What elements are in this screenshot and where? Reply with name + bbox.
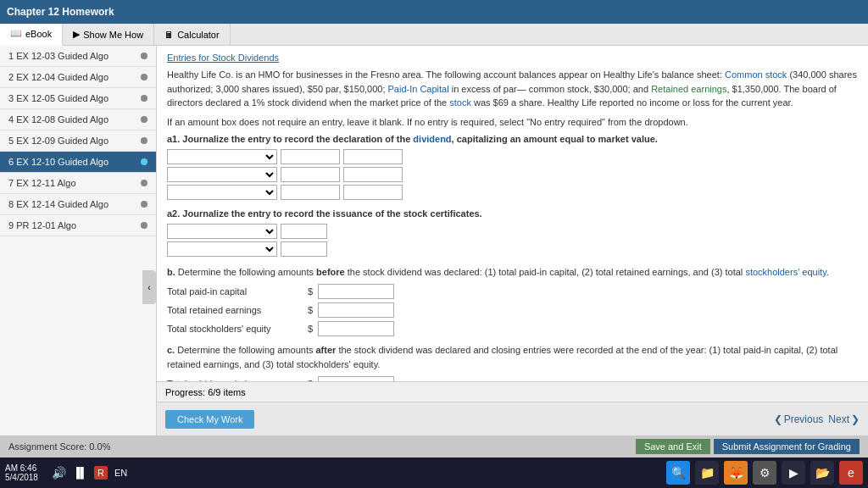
a2-debit-1[interactable] bbox=[281, 224, 327, 239]
c-instruction: c. Determine the following amounts after… bbox=[167, 343, 858, 371]
b-field-row-1: Total paid-in capital $ bbox=[167, 284, 858, 299]
section-title: Entries for Stock Dividends bbox=[167, 53, 858, 63]
previous-button[interactable]: ❮ Previous bbox=[774, 413, 824, 425]
b-input-paid-in-capital[interactable] bbox=[318, 284, 394, 299]
show-me-how-icon: ▶ bbox=[73, 29, 80, 40]
a1-debit-1[interactable] bbox=[281, 149, 340, 164]
save-and-exit-button[interactable]: Save and Exit bbox=[636, 439, 710, 454]
antivirus-icon: R bbox=[94, 466, 108, 480]
chevron-left-icon: ❮ bbox=[774, 413, 782, 425]
sidebar-dot-3 bbox=[141, 95, 147, 102]
taskbar-date: 5/4/2018 bbox=[5, 473, 38, 482]
check-my-work-button[interactable]: Check My Work bbox=[165, 410, 254, 429]
sidebar-dot-4 bbox=[141, 116, 147, 123]
a1-dropdown-3[interactable]: No entry required bbox=[167, 185, 277, 200]
media-icon: ▶ bbox=[789, 466, 798, 480]
a1-debit-3[interactable] bbox=[281, 185, 340, 200]
sidebar-item-ex-12-04[interactable]: 2 EX 12-04 Guided Algo bbox=[0, 67, 156, 88]
a1-dropdown-1[interactable]: No entry required bbox=[167, 149, 277, 164]
sidebar-item-ex-12-09[interactable]: 5 EX 12-09 Guided Algo bbox=[0, 130, 156, 152]
sidebar-item-ex-12-08[interactable]: 4 EX 12-08 Guided Algo bbox=[0, 109, 156, 130]
chrome-icon: ⚙ bbox=[760, 466, 771, 480]
score-bar: Assignment Score: 0.0% Save and Exit Sub… bbox=[0, 435, 868, 458]
b-field-row-2: Total retained earnings $ bbox=[167, 302, 858, 318]
sidebar-item-ex-12-14[interactable]: 8 EX 12-14 Guided Algo bbox=[0, 194, 156, 215]
sidebar: 1 EX 12-03 Guided Algo 2 EX 12-04 Guided… bbox=[0, 46, 157, 435]
a1-journal-row-1: No entry required bbox=[167, 149, 858, 164]
calculator-icon: 🖩 bbox=[164, 30, 174, 40]
a2-journal-entry: No entry required No entry required bbox=[167, 224, 858, 257]
a1-dropdown-2[interactable]: No entry required bbox=[167, 167, 277, 182]
common-stock-highlight: Common stock bbox=[725, 69, 787, 80]
a1-journal-row-3: No entry required bbox=[167, 185, 858, 200]
next-button[interactable]: Next ❯ bbox=[828, 413, 860, 425]
tab-ebook[interactable]: 📖 eBook bbox=[0, 24, 63, 46]
paid-in-capital-highlight: Paid-In Capital bbox=[388, 84, 449, 94]
dividend-highlight: dividend bbox=[413, 134, 451, 144]
instruction-paragraph: If an amount box does not require an ent… bbox=[167, 117, 858, 127]
a1-credit-3[interactable] bbox=[343, 185, 403, 200]
b-input-stockholders-equity[interactable] bbox=[318, 321, 394, 336]
a1-label: a1. Journalize the entry to record the d… bbox=[167, 134, 858, 144]
b-field-row-3: Total stockholders' equity $ bbox=[167, 321, 858, 336]
sidebar-dot-5 bbox=[141, 137, 147, 144]
sidebar-dot-1 bbox=[141, 53, 147, 59]
taskbar-icon-folder[interactable]: 📂 bbox=[810, 461, 834, 485]
sidebar-collapse-btn[interactable]: ‹ bbox=[142, 270, 156, 304]
files-icon: 📂 bbox=[815, 466, 830, 480]
ie-icon: e bbox=[848, 466, 854, 480]
a1-journal-row-2: No entry required bbox=[167, 167, 858, 182]
taskbar-icon-files[interactable]: 📁 bbox=[695, 461, 719, 485]
tab-calculator[interactable]: 🖩 Calculator bbox=[154, 24, 231, 46]
sidebar-dot-9 bbox=[141, 222, 147, 229]
retained-earnings-highlight: Retained earnings bbox=[651, 84, 726, 94]
sidebar-item-ex-12-10[interactable]: 6 EX 12-10 Guided Algo bbox=[0, 152, 156, 173]
chevron-right-icon: ❯ bbox=[851, 413, 860, 425]
b-dollar-3: $ bbox=[308, 324, 313, 334]
firefox-icon: 🦊 bbox=[729, 466, 743, 480]
sidebar-item-ex-12-11[interactable]: 7 EX 12-11 Algo bbox=[0, 173, 156, 194]
stockholders-equity-highlight-b: stockholders' equity bbox=[745, 267, 826, 277]
b-input-retained-earnings[interactable] bbox=[318, 302, 394, 318]
progress-bar-area: Progress: 6/9 items bbox=[157, 381, 868, 402]
problem-paragraph-1: Healthy Life Co. is an HMO for businesse… bbox=[167, 68, 858, 110]
assignment-score: Assignment Score: 0.0% bbox=[8, 441, 110, 452]
b-field-label-2: Total retained earnings bbox=[167, 305, 303, 315]
a1-credit-2[interactable] bbox=[343, 167, 403, 182]
action-buttons: Save and Exit Submit Assignment for Grad… bbox=[636, 439, 860, 454]
taskbar-time: AM 6:46 bbox=[5, 463, 38, 473]
a1-credit-1[interactable] bbox=[343, 149, 403, 164]
sidebar-dot-6 bbox=[141, 158, 147, 165]
a2-journal-row-1: No entry required bbox=[167, 224, 858, 239]
tab-show-me-how-label: Show Me How bbox=[83, 30, 143, 40]
top-header: Chapter 12 Homework bbox=[0, 0, 868, 24]
main-area: 1 EX 12-03 Guided Algo 2 EX 12-04 Guided… bbox=[0, 46, 868, 435]
a2-dropdown-2[interactable]: No entry required bbox=[167, 241, 277, 257]
taskbar-icon-search[interactable]: 🔍 bbox=[666, 461, 690, 485]
progress-label: Progress: 6/9 items bbox=[165, 387, 246, 397]
taskbar-icon-media[interactable]: ▶ bbox=[782, 461, 805, 485]
tab-show-me-how[interactable]: ▶ Show Me How bbox=[63, 24, 154, 46]
speaker-icon[interactable]: 🔊 bbox=[52, 466, 66, 480]
search-icon: 🔍 bbox=[671, 466, 686, 480]
content-scroll: Entries for Stock Dividends Healthy Life… bbox=[157, 46, 868, 381]
a1-journal-entry: No entry required No entry required bbox=[167, 149, 858, 200]
a2-dropdown-1[interactable]: No entry required bbox=[167, 224, 277, 239]
taskbar-icon-firefox[interactable]: 🦊 bbox=[724, 461, 748, 485]
ebook-icon: 📖 bbox=[10, 28, 22, 39]
submit-assignment-button[interactable]: Submit Assignment for Grading bbox=[714, 439, 860, 454]
sidebar-item-ex-12-03[interactable]: 1 EX 12-03 Guided Algo bbox=[0, 46, 156, 67]
a2-credit-1[interactable] bbox=[281, 241, 327, 257]
taskbar-icon-chrome[interactable]: ⚙ bbox=[753, 461, 776, 485]
taskbar-icons: 🔍 📁 🦊 ⚙ ▶ 📂 e bbox=[666, 461, 863, 485]
folder-icon: 📁 bbox=[700, 466, 715, 480]
sidebar-item-ex-12-05[interactable]: 3 EX 12-05 Guided Algo bbox=[0, 88, 156, 109]
tab-bar: 📖 eBook ▶ Show Me How 🖩 Calculator bbox=[0, 24, 868, 46]
b-field-label-3: Total stockholders' equity bbox=[167, 324, 303, 334]
a1-debit-2[interactable] bbox=[281, 167, 340, 182]
sidebar-item-pr-12-01[interactable]: 9 PR 12-01 Algo bbox=[0, 215, 156, 236]
b-field-label-1: Total paid-in capital bbox=[167, 286, 303, 297]
nav-area: ❮ Previous Next ❯ bbox=[774, 413, 860, 425]
tab-calculator-label: Calculator bbox=[177, 30, 220, 40]
taskbar-icon-ie[interactable]: e bbox=[839, 461, 863, 485]
